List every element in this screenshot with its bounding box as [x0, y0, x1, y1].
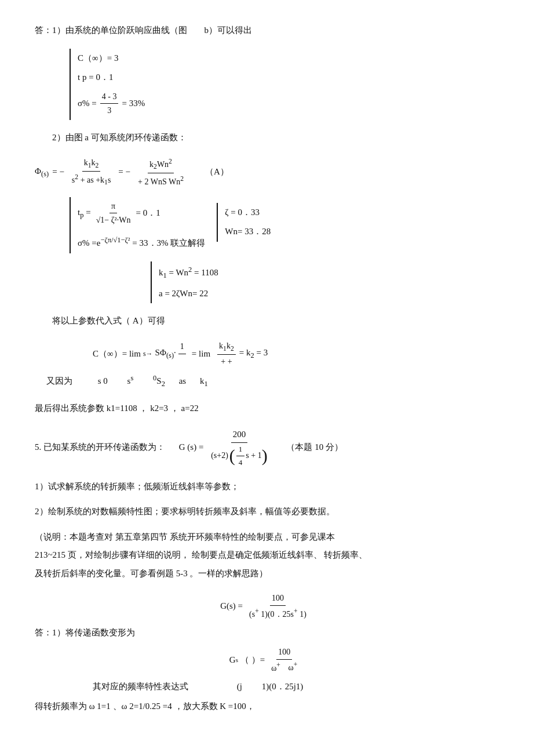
sigma-line: σ% = 4 - 3 3 = 33%	[78, 90, 145, 118]
system-equations: tp = π √1− ζ²·Wn = 0．1 σ% =e−ζπ/√1−ζ² = …	[70, 197, 498, 253]
tp-eq-line: tp = π √1− ζ²·Wn = 0．1	[78, 199, 205, 228]
c-inf-line: C（∞）= 3	[78, 51, 145, 66]
wn-val-line: Wn= 33．28	[225, 224, 271, 239]
system-params-block: C（∞）= 3 t p = 0．1 σ% = 4 - 3 3 = 33%	[70, 49, 498, 121]
freq-char: 其对应的频率特性表达式 (j 1)(0．25j1)	[93, 679, 498, 695]
ans5-block: G(s) = 100 (s+ 1)(0．25s+ 1) 答：1）将传递函数变形为…	[35, 591, 498, 714]
phi-formula: Φ(s) = − k1k2 s2 + as +k1s = − k2Wn2 + 2…	[35, 156, 498, 189]
q5-part2: 2）绘制系统的对数幅频特性图；要求标明转折频率及斜率，幅值等必要数据。	[35, 504, 498, 519]
g-omega-formula: G s （ ）= 100 ω+ ω+	[35, 645, 498, 675]
part2-intro: 2）由图 a 可知系统闭环传递函数：	[35, 130, 498, 146]
answer-intro: 答：1）由系统的单位阶跃响应曲线（图 b）可以得出	[35, 23, 498, 38]
a-eq-line: a = 2ζWn= 22	[159, 286, 218, 301]
note-block: （说明：本题考查对 第五章第四节 系统开环频率特性的绘制要点，可参见课本 213…	[35, 530, 498, 581]
freq-result: 得转折频率为 ω 1=1 、ω 2=1/0.25 =4 ，放大系数 K =100…	[35, 699, 498, 714]
sub-note: 将以上参数代入式（ A）可得	[35, 314, 498, 329]
final-params: 最后得出系统参数 k1=1108 ， k2=3 ， a=22	[35, 401, 498, 416]
g-s2-formula: G(s) = 100 (s+ 1)(0．25s+ 1)	[35, 591, 498, 621]
answer-label: 答：1）由系统的单位阶跃响应曲线（图	[35, 26, 187, 35]
q5-part1: 1）试求解系统的转折频率；低频渐近线斜率等参数；	[35, 479, 498, 495]
zeta-val-line: ζ = 0．33	[225, 205, 271, 220]
ans5-intro: 答：1）将传递函数变形为	[35, 626, 498, 641]
tp-line: t p = 0．1	[78, 70, 145, 85]
k1-eq-line: k1 = Wn2 = 1108	[159, 264, 218, 282]
c-inf-formula: C（∞）= lim s→ SΦ(s)· 1 s = lim k1k2 + + =…	[93, 339, 498, 369]
page-content: 答：1）由系统的单位阶跃响应曲线（图 b）可以得出 C（∞）= 3 t p = …	[35, 23, 498, 714]
k1-a-block: k1 = Wn2 = 1108 a = 2ζWn= 22	[151, 261, 498, 304]
phi-sub: (s)	[41, 170, 49, 178]
answer-b-label: b）可以得出	[205, 26, 253, 35]
q5-intro: 5. 已知某系统的开环传递函数为： G (s) = 200 (s+2) ( 1 …	[35, 427, 498, 469]
sigma-eq-line: σ% =e−ζπ/√1−ζ² = 33．3% 联立解得	[78, 234, 205, 251]
also-because: 又因为 s 0 ss 0S2 as k1	[35, 372, 498, 390]
